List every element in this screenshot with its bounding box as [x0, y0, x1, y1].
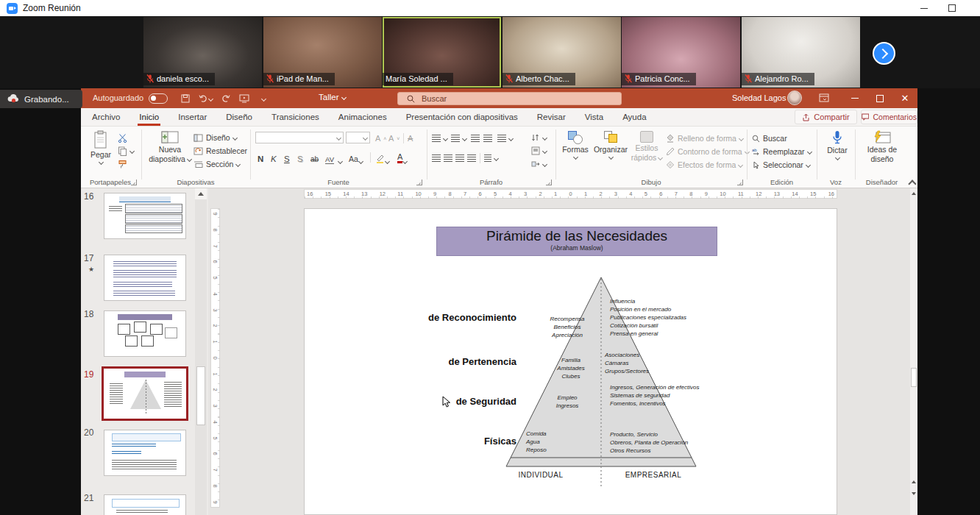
tab-archivo[interactable]: Archivo — [82, 108, 129, 126]
change-case-button[interactable]: Aa — [349, 151, 363, 163]
decrease-font-size-button[interactable]: A˅ — [388, 132, 400, 144]
italic-button[interactable]: K — [271, 151, 277, 163]
thumbnail-scrollbar-track[interactable] — [195, 199, 207, 515]
level-label-reconocimiento[interactable]: de Reconocimiento — [412, 312, 516, 323]
design-ideas-button[interactable]: Ideas de diseño — [858, 130, 906, 163]
quick-styles-button[interactable]: Estilos rápidos — [631, 131, 662, 162]
video-tile-maria-soledad-active-speaker[interactable]: María Soledad ... — [383, 17, 501, 88]
convert-to-smartart-button[interactable] — [531, 158, 547, 170]
columns-button[interactable] — [484, 152, 498, 164]
slide-layout-button[interactable]: Diseño — [193, 132, 237, 143]
scroll-up-button[interactable] — [910, 188, 917, 199]
document-title[interactable]: Taller — [319, 93, 346, 102]
drawing-dialog-launcher[interactable] — [737, 180, 743, 185]
slide-thumbnail-18[interactable] — [104, 310, 186, 357]
previous-slide-button[interactable] — [910, 477, 917, 487]
align-text-button[interactable] — [531, 145, 547, 157]
format-painter-button[interactable] — [118, 158, 127, 170]
slide-scrollbar-track[interactable] — [910, 188, 917, 515]
video-tile-daniela[interactable]: daniela esco... — [143, 17, 262, 88]
individual-text-fisicas[interactable]: Comida Agua Reposo — [526, 430, 570, 454]
character-spacing-button[interactable]: AV — [325, 151, 334, 164]
strikethrough-button[interactable]: ab — [310, 151, 319, 163]
paragraph-dialog-launcher[interactable] — [546, 180, 552, 185]
undo-button[interactable] — [196, 92, 215, 105]
slide-title-banner[interactable]: Pirámide de las Necesidades (Abraham Mas… — [436, 227, 717, 256]
text-direction-button[interactable] — [531, 132, 547, 143]
align-right-button[interactable] — [455, 152, 464, 164]
slide-thumbnail-16[interactable] — [104, 193, 186, 239]
slide-thumbnail-17[interactable] — [104, 255, 186, 301]
level-label-fisicas[interactable]: Físicas — [412, 436, 516, 447]
empresarial-text-pertenencia[interactable]: Asociaciones Cámaras Grupos/Sectores — [605, 351, 649, 375]
ribbon-display-options-button[interactable] — [815, 91, 833, 104]
next-slide-button[interactable] — [910, 489, 917, 499]
shape-effects-button[interactable]: Efectos de forma — [666, 159, 742, 171]
comments-button[interactable]: Comentarios — [861, 110, 917, 124]
empresarial-text-fisicas[interactable]: Producto, Servicio Obreros, Planta de Op… — [610, 430, 688, 455]
ppt-minimize-button[interactable] — [843, 88, 867, 108]
text-highlight-button[interactable] — [375, 151, 389, 163]
font-size-select[interactable] — [346, 132, 370, 143]
slide-thumbnail-20[interactable] — [104, 430, 186, 476]
thumbnail-scrollbar-thumb[interactable] — [196, 366, 205, 425]
ppt-search-input[interactable]: Buscar — [397, 92, 622, 105]
paste-button[interactable]: Pegar — [86, 130, 116, 164]
empresarial-text-reconocimiento[interactable]: Influencia Posición en el mercado Public… — [610, 297, 686, 338]
tab-diseno[interactable]: Diseño — [216, 108, 262, 126]
find-button[interactable]: Buscar — [752, 132, 787, 144]
individual-text-reconocimiento[interactable]: Recompensa Beneficios Apreciación — [541, 315, 594, 339]
tab-revisar[interactable]: Revisar — [528, 108, 575, 126]
tab-vista[interactable]: Vista — [575, 108, 613, 126]
ppt-restore-button[interactable] — [868, 88, 892, 108]
section-button[interactable]: Sección — [193, 158, 240, 170]
level-label-seguridad[interactable]: de Seguridad — [412, 396, 516, 407]
redo-button[interactable] — [218, 92, 232, 105]
footer-individual[interactable]: INDIVIDUAL — [504, 471, 578, 479]
window-minimize-button[interactable] — [911, 0, 937, 16]
level-label-pertenencia[interactable]: de Pertenencia — [412, 356, 516, 367]
underline-button[interactable]: S — [284, 151, 290, 163]
individual-text-pertenencia[interactable]: Familia Amistades Clubes — [548, 356, 594, 380]
arrange-button[interactable]: Organizar — [593, 131, 628, 159]
video-tile-alejandro[interactable]: Alejandro Ro... — [742, 17, 860, 88]
clipboard-dialog-launcher[interactable] — [131, 180, 137, 185]
reset-slide-button[interactable]: Restablecer — [193, 145, 247, 157]
footer-empresarial[interactable]: EMPRESARIAL — [617, 471, 690, 479]
decrease-indent-button[interactable] — [471, 132, 480, 144]
text-shadow-button[interactable]: S — [297, 151, 303, 163]
customize-qat-button[interactable] — [256, 92, 271, 105]
font-dialog-launcher[interactable] — [416, 180, 422, 185]
empresarial-text-seguridad[interactable]: Ingresos, Generación de efectivos Sistem… — [610, 383, 699, 408]
increase-indent-button[interactable] — [483, 132, 492, 144]
share-button[interactable]: Compartir — [795, 110, 857, 124]
slide-thumbnail-19-selected[interactable] — [102, 366, 188, 421]
font-family-select[interactable] — [255, 132, 344, 143]
clear-formatting-button[interactable]: A — [408, 132, 413, 144]
video-tile-alberto[interactable]: Alberto Chac... — [503, 17, 621, 88]
bold-button[interactable]: N — [258, 151, 263, 163]
tab-ayuda[interactable]: Ayuda — [613, 108, 656, 126]
slide-thumbnail-21[interactable] — [104, 494, 186, 515]
align-left-button[interactable] — [432, 152, 441, 164]
select-button[interactable]: Seleccionar — [752, 159, 810, 171]
justify-button[interactable] — [467, 152, 476, 164]
line-spacing-button[interactable] — [497, 132, 513, 144]
shape-fill-button[interactable]: Relleno de forma — [666, 132, 743, 144]
increase-font-size-button[interactable]: A˄ — [375, 132, 386, 144]
thumbnail-scroll-up-button[interactable] — [195, 188, 207, 199]
bullets-button[interactable] — [432, 132, 447, 144]
next-participants-page-button[interactable] — [873, 42, 895, 65]
save-button[interactable] — [178, 92, 193, 105]
cut-button[interactable] — [118, 132, 127, 143]
individual-text-seguridad[interactable]: Empleo Ingresos — [546, 394, 589, 410]
slide-scrollbar-thumb[interactable] — [911, 368, 917, 387]
tab-animaciones[interactable]: Animaciones — [329, 108, 397, 126]
autosave-toggle[interactable] — [149, 93, 168, 104]
user-avatar[interactable] — [787, 90, 802, 105]
align-center-button[interactable] — [444, 152, 452, 164]
window-restore-button[interactable] — [939, 0, 965, 16]
numbering-button[interactable] — [451, 132, 466, 144]
tab-inicio-active[interactable]: Inicio — [129, 108, 168, 126]
video-tile-ipad[interactable]: iPad de Man... — [263, 17, 382, 88]
